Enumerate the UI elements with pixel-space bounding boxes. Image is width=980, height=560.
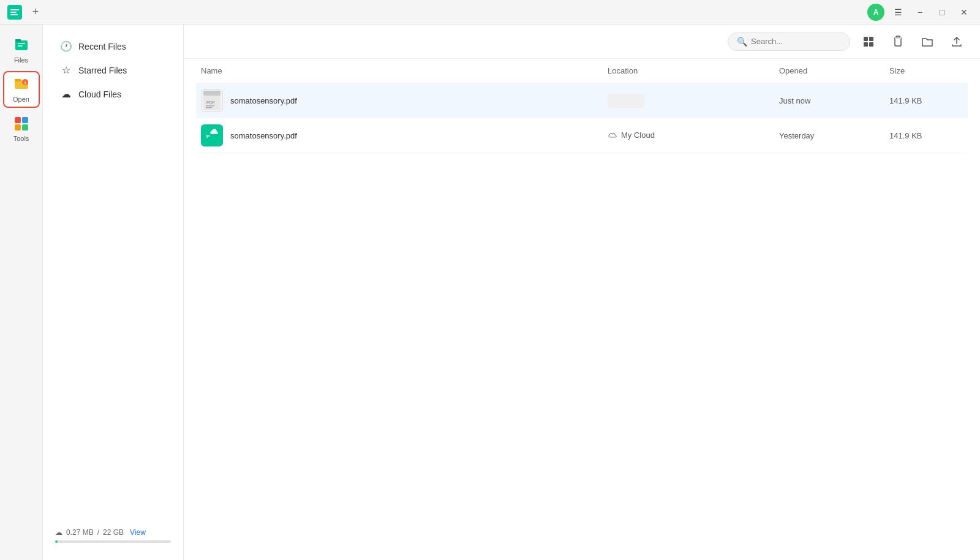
svg-rect-19 — [895, 37, 901, 39]
grid-view-button[interactable] — [858, 31, 880, 53]
storage-fill — [55, 540, 58, 543]
svg-rect-2 — [15, 39, 21, 42]
svg-rect-12 — [22, 124, 28, 131]
table-row[interactable]: P somatosensory.pdf My Cloud Yesterday — [196, 118, 968, 153]
opened-cell-1: Just now — [779, 96, 889, 105]
star-icon: ☆ — [60, 64, 72, 76]
pdf-cloud-icon: P — [203, 126, 221, 145]
grid-view-icon — [862, 36, 875, 48]
files-icon — [13, 37, 30, 54]
upload-button[interactable] — [946, 31, 968, 53]
sidebar-item-files[interactable]: Files — [3, 32, 40, 69]
file-icon-cloud: P — [201, 124, 223, 146]
opened-cell-2: Yesterday — [779, 131, 889, 140]
menu-button[interactable]: ☰ — [889, 4, 907, 21]
col-name: Name — [201, 66, 608, 75]
svg-rect-4 — [18, 45, 23, 47]
sidebar-item-open-label: Open — [13, 96, 29, 103]
svg-text:+: + — [23, 80, 26, 86]
folder-button[interactable] — [916, 31, 938, 53]
titlebar-right: A ☰ − □ ✕ — [867, 4, 973, 21]
location-badge — [608, 94, 644, 108]
nav-item-recent[interactable]: 🕐 Recent Files — [48, 34, 178, 58]
cloud-icon: ☁ — [60, 88, 72, 100]
app-logo — [7, 5, 22, 20]
clipboard-button[interactable] — [887, 31, 909, 53]
location-name-2: My Cloud — [621, 131, 655, 140]
nav-item-starred[interactable]: ☆ Starred Files — [48, 58, 178, 82]
svg-rect-14 — [869, 37, 873, 41]
nav-item-starred-label: Starred Files — [78, 66, 127, 75]
table-row[interactable]: PDF somatosensory.pdf Just now 141.9 KB — [196, 83, 968, 118]
col-size: Size — [889, 66, 963, 75]
location-cell-1 — [608, 94, 779, 108]
maximize-button[interactable]: □ — [933, 4, 951, 21]
storage-cloud-icon: ☁ — [55, 528, 62, 537]
col-opened: Opened — [779, 66, 889, 75]
icon-sidebar: Files + Open Tools — [0, 25, 43, 560]
folder-icon — [921, 36, 933, 48]
col-location: Location — [608, 66, 779, 75]
svg-rect-10 — [22, 117, 28, 123]
titlebar: + A ☰ − □ ✕ — [0, 0, 980, 25]
clipboard-icon — [892, 36, 904, 48]
svg-rect-6 — [15, 79, 21, 81]
svg-rect-23 — [206, 105, 214, 107]
nav-item-cloud[interactable]: ☁ Cloud Files — [48, 82, 178, 106]
size-cell-2: 141.9 KB — [889, 131, 963, 140]
svg-rect-11 — [15, 124, 21, 131]
location-cell-2: My Cloud — [608, 131, 779, 141]
nav-item-cloud-label: Cloud Files — [78, 89, 121, 99]
search-icon: 🔍 — [737, 37, 747, 47]
svg-rect-9 — [15, 117, 21, 123]
file-name-cell: P somatosensory.pdf — [201, 124, 608, 146]
clock-icon: 🕐 — [60, 40, 72, 52]
storage-area: ☁ 0.27 MB / 22 GB View — [43, 521, 183, 550]
avatar: A — [867, 4, 884, 21]
svg-rect-13 — [864, 37, 868, 41]
titlebar-left: + — [7, 5, 43, 20]
cloud-location-icon — [608, 131, 617, 138]
open-icon: + — [13, 76, 30, 93]
file-list: Name Location Opened Size PDF — [184, 59, 980, 560]
pdf-local-icon: PDF — [203, 91, 221, 110]
svg-text:P: P — [206, 134, 210, 139]
svg-rect-3 — [18, 43, 25, 44]
sidebar-item-tools-label: Tools — [13, 135, 29, 142]
nav-item-recent-label: Recent Files — [78, 42, 126, 51]
file-name-1: somatosensory.pdf — [230, 96, 297, 105]
toolbar: 🔍 — [184, 25, 980, 59]
close-button[interactable]: ✕ — [956, 4, 973, 21]
nav-sidebar: 🕐 Recent Files ☆ Starred Files ☁ Cloud F… — [43, 25, 184, 560]
storage-view-link[interactable]: View — [130, 528, 146, 537]
file-name-2: somatosensory.pdf — [230, 131, 297, 140]
search-input[interactable] — [751, 37, 841, 46]
svg-text:PDF: PDF — [206, 100, 215, 105]
tools-icon — [13, 115, 30, 132]
storage-total: 22 GB — [103, 528, 124, 537]
storage-separator: / — [97, 528, 99, 537]
storage-bar — [55, 540, 171, 543]
location-cloud: My Cloud — [608, 131, 655, 140]
minimize-button[interactable]: − — [911, 4, 929, 21]
search-box[interactable]: 🔍 — [728, 32, 850, 51]
new-tab-button[interactable]: + — [28, 5, 43, 20]
file-icon-local: PDF — [201, 89, 223, 112]
storage-used: 0.27 MB — [66, 528, 94, 537]
app-body: Files + Open Tools 🕐 Recent Files — [0, 25, 980, 560]
svg-rect-24 — [206, 107, 212, 108]
svg-rect-16 — [869, 42, 873, 47]
sidebar-item-tools[interactable]: Tools — [3, 110, 40, 147]
svg-rect-21 — [203, 91, 221, 96]
sidebar-item-files-label: Files — [14, 56, 28, 64]
upload-icon — [951, 36, 963, 48]
main-content: 🔍 — [184, 25, 980, 560]
svg-rect-15 — [864, 42, 868, 47]
size-cell-1: 141.9 KB — [889, 96, 963, 105]
file-list-header: Name Location Opened Size — [196, 59, 968, 83]
file-name-cell: PDF somatosensory.pdf — [201, 89, 608, 112]
sidebar-item-open[interactable]: + Open — [3, 71, 40, 108]
storage-text: ☁ 0.27 MB / 22 GB View — [55, 528, 171, 537]
